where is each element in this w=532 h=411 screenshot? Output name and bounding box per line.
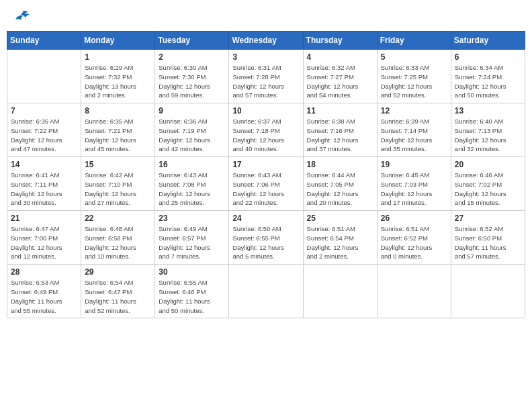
logo-bird-icon xyxy=(15,10,31,24)
day-number: 20 xyxy=(455,160,521,169)
day-info: Sunrise: 6:40 AMSunset: 7:13 PMDaylight:… xyxy=(455,117,521,154)
day-info: Sunrise: 6:50 AMSunset: 6:55 PMDaylight:… xyxy=(232,224,299,261)
day-number: 17 xyxy=(232,160,299,169)
day-number: 30 xyxy=(159,267,225,277)
calendar-week-row: 21Sunrise: 6:47 AMSunset: 7:00 PMDayligh… xyxy=(7,211,525,265)
calendar-cell: 27Sunrise: 6:52 AMSunset: 6:50 PMDayligh… xyxy=(451,211,525,265)
calendar-cell: 12Sunrise: 6:39 AMSunset: 7:14 PMDayligh… xyxy=(377,103,451,157)
day-number: 3 xyxy=(232,52,299,62)
calendar-week-row: 7Sunrise: 6:35 AMSunset: 7:22 PMDaylight… xyxy=(7,103,525,157)
day-number: 8 xyxy=(85,106,151,116)
day-number: 5 xyxy=(381,52,447,62)
calendar-cell: 11Sunrise: 6:38 AMSunset: 7:16 PMDayligh… xyxy=(303,103,377,157)
day-number: 28 xyxy=(11,267,77,277)
day-info: Sunrise: 6:38 AMSunset: 7:16 PMDaylight:… xyxy=(307,117,373,154)
calendar-cell: 5Sunrise: 6:33 AMSunset: 7:25 PMDaylight… xyxy=(377,50,451,103)
day-info: Sunrise: 6:35 AMSunset: 7:21 PMDaylight:… xyxy=(85,117,151,154)
calendar-cell xyxy=(7,50,81,103)
calendar-cell xyxy=(303,265,377,318)
day-number: 10 xyxy=(232,106,299,116)
day-info: Sunrise: 6:43 AMSunset: 7:06 PMDaylight:… xyxy=(232,171,299,208)
day-number: 9 xyxy=(159,106,225,116)
weekday-header-friday: Friday xyxy=(377,32,451,50)
day-info: Sunrise: 6:46 AMSunset: 7:02 PMDaylight:… xyxy=(455,171,521,208)
calendar-cell: 16Sunrise: 6:43 AMSunset: 7:08 PMDayligh… xyxy=(155,157,229,211)
day-number: 19 xyxy=(381,160,447,169)
calendar-cell: 26Sunrise: 6:51 AMSunset: 6:52 PMDayligh… xyxy=(377,211,451,265)
day-number: 26 xyxy=(381,214,447,223)
calendar-cell: 2Sunrise: 6:30 AMSunset: 7:30 PMDaylight… xyxy=(155,50,229,103)
logo xyxy=(13,10,31,22)
calendar-cell: 19Sunrise: 6:45 AMSunset: 7:03 PMDayligh… xyxy=(377,157,451,211)
day-info: Sunrise: 6:34 AMSunset: 7:24 PMDaylight:… xyxy=(455,63,521,100)
day-info: Sunrise: 6:29 AMSunset: 7:32 PMDaylight:… xyxy=(85,63,151,100)
day-number: 14 xyxy=(11,160,77,169)
calendar-cell: 18Sunrise: 6:44 AMSunset: 7:05 PMDayligh… xyxy=(303,157,377,211)
day-info: Sunrise: 6:55 AMSunset: 6:46 PMDaylight:… xyxy=(159,278,225,315)
day-number: 7 xyxy=(11,106,77,116)
day-info: Sunrise: 6:35 AMSunset: 7:22 PMDaylight:… xyxy=(11,117,77,154)
calendar-cell: 6Sunrise: 6:34 AMSunset: 7:24 PMDaylight… xyxy=(451,50,525,103)
weekday-header-wednesday: Wednesday xyxy=(229,32,303,50)
weekday-header-tuesday: Tuesday xyxy=(155,32,229,50)
weekday-header-sunday: Sunday xyxy=(7,32,81,50)
calendar-cell xyxy=(229,265,303,318)
day-number: 27 xyxy=(455,214,521,223)
day-number: 29 xyxy=(85,267,151,277)
calendar-cell: 14Sunrise: 6:41 AMSunset: 7:11 PMDayligh… xyxy=(7,157,81,211)
day-info: Sunrise: 6:33 AMSunset: 7:25 PMDaylight:… xyxy=(381,63,447,100)
calendar-cell: 17Sunrise: 6:43 AMSunset: 7:06 PMDayligh… xyxy=(229,157,303,211)
calendar-week-row: 14Sunrise: 6:41 AMSunset: 7:11 PMDayligh… xyxy=(7,157,525,211)
day-info: Sunrise: 6:39 AMSunset: 7:14 PMDaylight:… xyxy=(381,117,447,154)
day-info: Sunrise: 6:31 AMSunset: 7:28 PMDaylight:… xyxy=(232,63,299,100)
calendar-cell: 15Sunrise: 6:42 AMSunset: 7:10 PMDayligh… xyxy=(81,157,155,211)
day-info: Sunrise: 6:48 AMSunset: 6:58 PMDaylight:… xyxy=(85,224,151,261)
day-info: Sunrise: 6:51 AMSunset: 6:52 PMDaylight:… xyxy=(381,224,447,261)
calendar-cell: 23Sunrise: 6:49 AMSunset: 6:57 PMDayligh… xyxy=(155,211,229,265)
calendar-cell: 7Sunrise: 6:35 AMSunset: 7:22 PMDaylight… xyxy=(7,103,81,157)
day-number: 15 xyxy=(85,160,151,169)
calendar-cell: 9Sunrise: 6:36 AMSunset: 7:19 PMDaylight… xyxy=(155,103,229,157)
calendar-cell: 10Sunrise: 6:37 AMSunset: 7:18 PMDayligh… xyxy=(229,103,303,157)
calendar-cell: 4Sunrise: 6:32 AMSunset: 7:27 PMDaylight… xyxy=(303,50,377,103)
day-info: Sunrise: 6:51 AMSunset: 6:54 PMDaylight:… xyxy=(307,224,373,261)
day-number: 24 xyxy=(232,214,299,223)
day-number: 18 xyxy=(307,160,373,169)
calendar-cell xyxy=(451,265,525,318)
weekday-header-monday: Monday xyxy=(81,32,155,50)
calendar-table: SundayMondayTuesdayWednesdayThursdayFrid… xyxy=(7,31,525,318)
day-number: 11 xyxy=(307,106,373,116)
calendar-cell: 28Sunrise: 6:53 AMSunset: 6:49 PMDayligh… xyxy=(7,265,81,318)
calendar-cell: 21Sunrise: 6:47 AMSunset: 7:00 PMDayligh… xyxy=(7,211,81,265)
day-number: 22 xyxy=(85,214,151,223)
day-info: Sunrise: 6:54 AMSunset: 6:47 PMDaylight:… xyxy=(85,278,151,315)
calendar-cell: 30Sunrise: 6:55 AMSunset: 6:46 PMDayligh… xyxy=(155,265,229,318)
day-number: 13 xyxy=(455,106,521,116)
calendar-cell xyxy=(377,265,451,318)
day-number: 6 xyxy=(455,52,521,62)
day-info: Sunrise: 6:52 AMSunset: 6:50 PMDaylight:… xyxy=(455,224,521,261)
calendar-cell: 22Sunrise: 6:48 AMSunset: 6:58 PMDayligh… xyxy=(81,211,155,265)
weekday-header-thursday: Thursday xyxy=(303,32,377,50)
day-number: 4 xyxy=(307,52,373,62)
calendar-cell: 8Sunrise: 6:35 AMSunset: 7:21 PMDaylight… xyxy=(81,103,155,157)
day-number: 21 xyxy=(11,214,77,223)
calendar-cell: 24Sunrise: 6:50 AMSunset: 6:55 PMDayligh… xyxy=(229,211,303,265)
day-number: 2 xyxy=(159,52,225,62)
calendar-header-row: SundayMondayTuesdayWednesdayThursdayFrid… xyxy=(7,32,525,50)
day-number: 23 xyxy=(159,214,225,223)
header xyxy=(7,7,525,26)
day-info: Sunrise: 6:49 AMSunset: 6:57 PMDaylight:… xyxy=(159,224,225,261)
calendar-cell: 13Sunrise: 6:40 AMSunset: 7:13 PMDayligh… xyxy=(451,103,525,157)
day-info: Sunrise: 6:53 AMSunset: 6:49 PMDaylight:… xyxy=(11,278,77,315)
day-number: 25 xyxy=(307,214,373,223)
day-info: Sunrise: 6:41 AMSunset: 7:11 PMDaylight:… xyxy=(11,171,77,208)
calendar-week-row: 28Sunrise: 6:53 AMSunset: 6:49 PMDayligh… xyxy=(7,265,525,318)
day-info: Sunrise: 6:42 AMSunset: 7:10 PMDaylight:… xyxy=(85,171,151,208)
day-info: Sunrise: 6:43 AMSunset: 7:08 PMDaylight:… xyxy=(159,171,225,208)
day-info: Sunrise: 6:47 AMSunset: 7:00 PMDaylight:… xyxy=(11,224,77,261)
day-info: Sunrise: 6:32 AMSunset: 7:27 PMDaylight:… xyxy=(307,63,373,100)
calendar-cell: 3Sunrise: 6:31 AMSunset: 7:28 PMDaylight… xyxy=(229,50,303,103)
calendar-cell: 20Sunrise: 6:46 AMSunset: 7:02 PMDayligh… xyxy=(451,157,525,211)
calendar-week-row: 1Sunrise: 6:29 AMSunset: 7:32 PMDaylight… xyxy=(7,50,525,103)
